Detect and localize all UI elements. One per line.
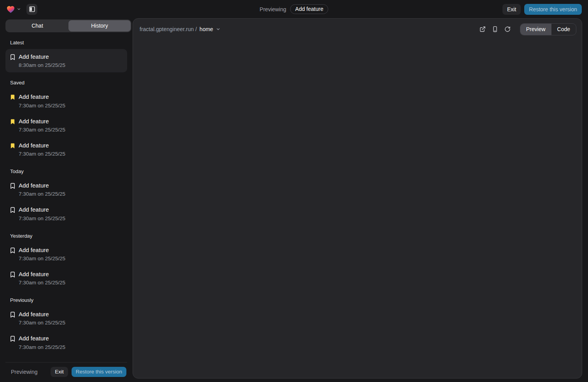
- toggle-code-button[interactable]: Code: [551, 24, 576, 35]
- tab-chat[interactable]: Chat: [6, 20, 68, 32]
- version-title: Add feature: [19, 142, 65, 149]
- version-timestamp: 7:30am on 25/25/25: [19, 103, 65, 109]
- open-in-new-tab-button[interactable]: [477, 24, 488, 35]
- bookmark-icon: [10, 54, 15, 60]
- version-title: Add feature: [19, 246, 65, 254]
- history-section: Previously Add feature 7:30am on 25/25/2…: [5, 297, 127, 354]
- history-section-title: Latest: [5, 40, 127, 46]
- history-section: Saved Add feature 7:30am on 25/25/25 Add: [5, 80, 127, 161]
- bookmark-icon: [10, 94, 15, 100]
- smartphone-icon: [492, 26, 498, 32]
- version-history-list[interactable]: Latest Add feature 8:30am on 25/25/25 Sa…: [5, 32, 131, 362]
- chevron-down-icon: [216, 27, 220, 32]
- version-timestamp: 7:30am on 25/25/25: [19, 344, 65, 350]
- external-link-icon: [480, 26, 486, 32]
- version-item[interactable]: Add feature 7:30am on 25/25/25: [5, 114, 127, 137]
- refresh-button[interactable]: [502, 24, 513, 35]
- version-title: Add feature: [19, 182, 65, 189]
- refresh-icon: [504, 26, 511, 32]
- history-section-title: Today: [5, 168, 127, 174]
- version-item[interactable]: Add feature 7:30am on 25/25/25: [5, 266, 127, 290]
- page-url-selector[interactable]: fractal.gptengineer.run / home: [140, 26, 220, 32]
- bookmark-icon: [10, 272, 15, 278]
- version-timestamp: 7:30am on 25/25/25: [19, 127, 65, 133]
- history-section-title: Yesterday: [5, 233, 127, 239]
- history-section: Today Add feature 7:30am on 25/25/25 Add: [5, 168, 127, 226]
- bookmark-icon: [10, 336, 15, 342]
- version-item[interactable]: Add feature 7:30am on 25/25/25: [5, 242, 127, 266]
- version-title: Add feature: [19, 270, 65, 278]
- preview-panel: fractal.gptengineer.run / home: [133, 18, 582, 378]
- version-timestamp: 7:30am on 25/25/25: [19, 320, 65, 326]
- exit-button[interactable]: Exit: [51, 367, 68, 377]
- bookmark-icon: [10, 143, 15, 149]
- version-item[interactable]: Add feature 7:30am on 25/25/25: [5, 138, 127, 161]
- history-section: Yesterday Add feature 7:30am on 25/25/25: [5, 233, 127, 290]
- version-name-pill[interactable]: Add feature: [290, 4, 328, 14]
- sidebar-tab-bar: Chat History: [5, 19, 131, 32]
- restore-version-button[interactable]: Restore this version: [72, 367, 126, 377]
- version-timestamp: 8:30am on 25/25/25: [19, 62, 65, 68]
- version-title: Add feature: [19, 117, 65, 125]
- version-item[interactable]: Add feature 7:30am on 25/25/25: [5, 331, 127, 354]
- workspace-menu-button[interactable]: [6, 5, 21, 13]
- version-title: Add feature: [19, 335, 65, 342]
- topbar: Previewing Add feature Exit Restore this…: [0, 0, 588, 18]
- version-item[interactable]: Add feature 7:30am on 25/25/25: [5, 178, 127, 201]
- bookmark-icon: [10, 183, 15, 189]
- sidebar-footer: Previewing Exit Restore this version: [5, 362, 127, 382]
- history-section-title: Previously: [5, 297, 127, 303]
- preview-header: fractal.gptengineer.run / home: [133, 19, 582, 40]
- restore-version-button[interactable]: Restore this version: [524, 4, 582, 15]
- chevron-down-icon: [17, 7, 21, 11]
- previewing-status-label: Previewing: [260, 6, 286, 12]
- url-domain: fractal.gptengineer.run /: [140, 26, 197, 32]
- exit-button[interactable]: Exit: [502, 4, 521, 15]
- history-section: Latest Add feature 8:30am on 25/25/25: [5, 40, 127, 72]
- view-mode-toggle: Preview Code: [520, 23, 576, 35]
- version-timestamp: 7:30am on 25/25/25: [19, 256, 65, 261]
- version-item[interactable]: Add feature 8:30am on 25/25/25: [5, 49, 127, 72]
- bookmark-icon: [10, 119, 15, 125]
- preview-viewport[interactable]: [133, 40, 582, 378]
- panel-left-icon: [29, 6, 35, 12]
- toggle-preview-button[interactable]: Preview: [520, 24, 551, 35]
- version-timestamp: 7:30am on 25/25/25: [19, 216, 65, 221]
- toggle-sidebar-button[interactable]: [26, 4, 37, 15]
- previewing-status-label: Previewing: [11, 369, 37, 375]
- version-title: Add feature: [19, 93, 65, 101]
- tab-history[interactable]: History: [68, 20, 131, 32]
- mobile-view-button[interactable]: [490, 24, 500, 35]
- version-item[interactable]: Add feature 7:30am on 25/25/25: [5, 307, 127, 330]
- version-item[interactable]: Add feature 7:30am on 25/25/25: [5, 202, 127, 225]
- bookmark-icon: [10, 247, 15, 254]
- version-timestamp: 7:30am on 25/25/25: [19, 191, 65, 197]
- version-timestamp: 7:30am on 25/25/25: [19, 280, 65, 286]
- version-title: Add feature: [19, 53, 65, 61]
- bookmark-icon: [10, 207, 15, 213]
- version-timestamp: 7:30am on 25/25/25: [19, 151, 65, 157]
- history-sidebar: Chat History Latest Add feature 8:30am o…: [0, 18, 133, 382]
- history-section-title: Saved: [5, 80, 127, 86]
- version-item[interactable]: Add feature 7:30am on 25/25/25: [5, 89, 127, 112]
- bookmark-icon: [10, 312, 15, 318]
- url-current-page: home: [200, 26, 213, 32]
- version-title: Add feature: [19, 206, 65, 214]
- version-title: Add feature: [19, 310, 65, 318]
- lovable-heart-logo-icon: [6, 5, 15, 13]
